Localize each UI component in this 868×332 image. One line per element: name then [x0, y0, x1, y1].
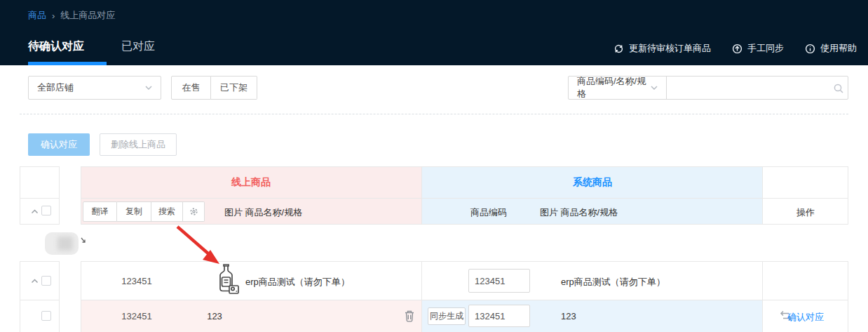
sync-generate-button[interactable]: 同步生成 [428, 307, 466, 325]
gear-icon [189, 207, 198, 216]
breadcrumb-current: 线上商品对应 [60, 9, 115, 22]
online-image-name-column-header: 图片 商品名称/规格 [224, 206, 302, 219]
row2-system-name: 123 [561, 311, 576, 321]
tab-matched[interactable]: 已对应 [121, 39, 155, 54]
shop-expand-caret-icon[interactable] [80, 237, 86, 244]
settings-gear-button[interactable] [183, 201, 205, 222]
page: 商品 › 线上商品对应 待确认对应 已对应 更新待审核订单商品 [0, 0, 868, 332]
search-type-select[interactable]: 商品编码/名称/规格 [568, 76, 667, 100]
manual-sync-button[interactable]: 手工同步 [732, 42, 784, 55]
on-sale-button[interactable]: 在售 [171, 76, 211, 100]
row1-system-code-input[interactable] [468, 269, 530, 293]
tab-pending-match[interactable]: 待确认对应 [28, 39, 84, 54]
row1-online-code: 123451 [121, 276, 151, 286]
row1-online-name: erp商品测试（请勿下单） [245, 276, 350, 288]
row2-system-code-input[interactable] [468, 305, 530, 327]
row2-online-name: 123 [207, 311, 222, 321]
row2-online-code: 132451 [121, 311, 151, 321]
active-tab-underline [28, 62, 107, 65]
info-icon [805, 44, 815, 54]
trash-icon[interactable] [404, 310, 415, 322]
upload-sync-icon [732, 44, 742, 54]
topbar-actions: 更新待审核订单商品 手工同步 [613, 42, 857, 55]
copy-button[interactable]: 复制 [117, 201, 151, 222]
product-match-table: 线上商品 系统商品 翻译 复制 搜索 图片 商品名称/规格 商品编码 图片 商品… [20, 166, 848, 332]
off-shelf-button[interactable]: 已下架 [211, 76, 257, 100]
search-products-button[interactable]: 搜索 [151, 201, 183, 222]
system-image-name-column-header: 图片 商品名称/规格 [540, 206, 618, 219]
breadcrumb-separator: › [52, 11, 55, 21]
product-image-bottle-icon[interactable] [212, 263, 240, 296]
select-all-checkbox[interactable] [41, 206, 51, 215]
row1-checkbox[interactable] [41, 276, 51, 286]
breadcrumb-root[interactable]: 商品 [28, 9, 46, 22]
online-tools: 翻译 复制 搜索 [83, 201, 205, 222]
translate-button[interactable]: 翻译 [83, 201, 117, 222]
shop-select[interactable]: 全部店铺 [28, 76, 161, 100]
shop-select-value: 全部店铺 [37, 81, 74, 94]
row2-checkbox[interactable] [41, 311, 51, 321]
refresh-pending-orders-button[interactable]: 更新待审核订单商品 [613, 42, 711, 55]
refresh-label: 更新待审核订单商品 [629, 42, 711, 55]
refresh-icon [613, 44, 624, 54]
dashed-divider [20, 114, 848, 114]
chevron-down-icon [651, 86, 658, 90]
chevron-down-icon [145, 86, 152, 90]
row2-confirm-match-link[interactable]: 确认对应 [787, 311, 824, 324]
manual-sync-label: 手工同步 [747, 42, 784, 55]
confirm-match-bulk-button[interactable]: 确认对应 [28, 133, 90, 156]
operation-column-header: 操作 [796, 206, 815, 219]
search-icon[interactable] [833, 83, 844, 94]
topbar: 商品 › 线上商品对应 待确认对应 已对应 更新待审核订单商品 [0, 0, 868, 65]
collapse-all-caret-icon[interactable] [31, 209, 39, 214]
online-product-group-header: 线上商品 [231, 176, 271, 189]
help-label: 使用帮助 [820, 42, 857, 55]
system-code-column-header: 商品编码 [470, 206, 507, 219]
delete-online-product-button[interactable]: 删除线上商品 [100, 133, 177, 156]
row1-collapse-caret-icon[interactable] [31, 279, 39, 284]
row1-system-name: erp商品测试（请勿下单） [561, 276, 665, 288]
system-product-group-header: 系统商品 [573, 176, 612, 189]
search-input[interactable] [666, 76, 848, 100]
shop-name-redacted [45, 232, 79, 255]
search-type-value: 商品编码/名称/规格 [577, 75, 651, 100]
sale-status-toggle: 在售 已下架 [171, 76, 257, 100]
breadcrumb: 商品 › 线上商品对应 [28, 9, 115, 22]
help-button[interactable]: 使用帮助 [805, 42, 857, 55]
